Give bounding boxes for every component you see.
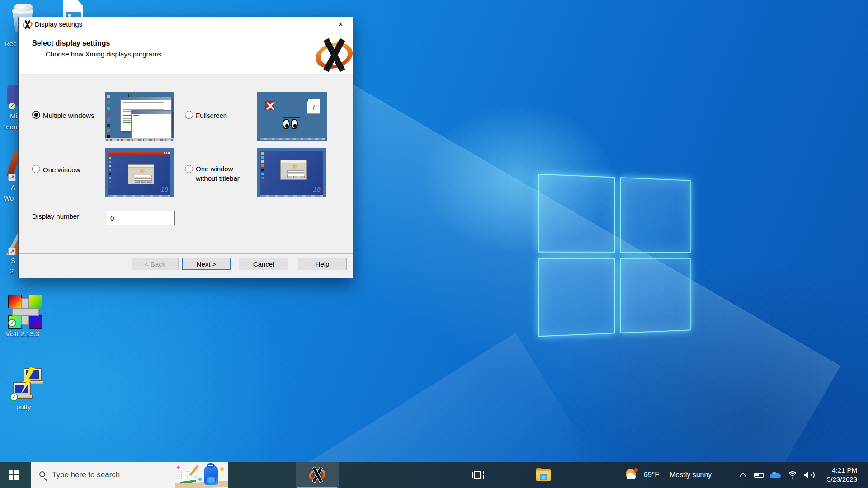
radio-fullscreen[interactable] bbox=[185, 111, 193, 119]
help-button[interactable]: Help bbox=[298, 258, 347, 270]
dialog-header: Select display settings Choose how Xming… bbox=[19, 31, 353, 74]
windows-logo-pane bbox=[538, 174, 615, 253]
task-view-icon bbox=[472, 470, 484, 480]
tray-expand-icon[interactable] bbox=[740, 473, 747, 480]
visit-label[interactable]: VisIt 2.13.3 bbox=[5, 330, 39, 338]
label-multiple-windows[interactable]: Multiple windows bbox=[43, 112, 94, 119]
close-icon[interactable]: ✕ bbox=[332, 19, 349, 30]
backpack-icon bbox=[204, 466, 218, 485]
windows-logo bbox=[538, 174, 693, 338]
ansys-label-line2[interactable]: Wo bbox=[4, 194, 14, 202]
windows-logo-pane bbox=[620, 177, 691, 253]
windows-logo-pane bbox=[538, 258, 615, 337]
display-number-input[interactable] bbox=[107, 211, 175, 225]
weather-button[interactable] bbox=[626, 468, 639, 482]
dialog-title: Display settings bbox=[35, 20, 82, 28]
wizard-subheading: Choose how Xming displays programs. bbox=[46, 50, 163, 58]
wizard-heading: Select display settings bbox=[32, 39, 110, 47]
dialog-titlebar[interactable]: Display settings ✕ bbox=[19, 17, 353, 31]
shortcut-arrow-icon: ↗ bbox=[8, 248, 16, 255]
taskbar-search[interactable]: ✦ bbox=[31, 462, 228, 488]
next-button[interactable]: Next > bbox=[182, 258, 231, 270]
label-one-window-no-titlebar[interactable]: One window without titlebar bbox=[196, 164, 253, 183]
taskbar-clock[interactable]: 4:21 PM 5/23/2023 bbox=[827, 466, 857, 484]
clock-time: 4:21 PM bbox=[832, 466, 857, 474]
wifi-icon[interactable] bbox=[787, 471, 798, 479]
thumbnail-fullscreen bbox=[257, 92, 327, 141]
thumbnail-one-window-no-titlebar: ★ 18 bbox=[257, 148, 326, 197]
volume-icon[interactable] bbox=[804, 471, 813, 479]
search-highlight-illustration[interactable]: ✦ bbox=[175, 462, 228, 488]
teams-label-line1[interactable]: Mi bbox=[10, 112, 17, 120]
file-explorer-button[interactable] bbox=[265, 462, 292, 488]
display-settings-dialog: Display settings ✕ Select display settin… bbox=[18, 17, 353, 278]
cancel-button[interactable]: Cancel bbox=[239, 258, 288, 270]
task-view-button[interactable] bbox=[233, 462, 260, 488]
s-label-line1[interactable]: S bbox=[11, 257, 15, 264]
desktop: Rec ✓ Mi Team ↗ A Wo ↗ S 2 ✓ VisIt 2.13.… bbox=[0, 0, 868, 488]
s-label-line2[interactable]: 2 bbox=[10, 267, 14, 275]
back-button[interactable]: < Back bbox=[132, 258, 179, 270]
header-separator bbox=[19, 74, 353, 75]
weather-condition[interactable]: Mostly sunny bbox=[670, 471, 712, 479]
recycle-bin-label[interactable]: Rec bbox=[5, 40, 17, 47]
teams-label-line2[interactable]: Team bbox=[3, 123, 19, 131]
shortcut-arrow-icon: ↗ bbox=[8, 174, 16, 181]
radio-one-window[interactable] bbox=[32, 165, 40, 173]
xming-logo bbox=[316, 38, 352, 73]
windows-start-icon bbox=[9, 470, 19, 480]
start-button[interactable] bbox=[0, 462, 27, 488]
putty-label[interactable]: putty bbox=[16, 403, 31, 411]
search-input[interactable] bbox=[51, 462, 182, 488]
battery-icon[interactable] bbox=[754, 473, 764, 478]
sync-check-icon: ✓ bbox=[8, 319, 16, 327]
label-fullscreen[interactable]: Fullscreen bbox=[196, 112, 227, 119]
sync-check-icon: ✓ bbox=[10, 393, 18, 401]
clock-date: 5/23/2023 bbox=[827, 475, 857, 483]
xming-taskbar-button[interactable] bbox=[296, 462, 339, 488]
label-one-window[interactable]: One window bbox=[43, 166, 80, 174]
footer-separator bbox=[19, 253, 353, 254]
sparkle-icon: ✦ bbox=[176, 464, 181, 471]
radio-multiple-windows[interactable] bbox=[32, 111, 40, 119]
onedrive-icon[interactable] bbox=[770, 472, 781, 478]
search-icon bbox=[39, 471, 45, 477]
ansys-label-line1[interactable]: A bbox=[11, 183, 15, 191]
sync-check-icon: ✓ bbox=[8, 102, 16, 110]
taskbar: ✦ 6 bbox=[0, 462, 868, 488]
display-number-label: Display number bbox=[32, 212, 79, 220]
weather-temp[interactable]: 69°F bbox=[644, 471, 659, 479]
thumbnail-one-window: ★ 18 bbox=[105, 148, 174, 197]
folder-icon bbox=[536, 469, 551, 481]
thumbnail-multiple-windows bbox=[105, 92, 174, 141]
windows-logo-pane bbox=[620, 258, 691, 333]
radio-one-window-no-titlebar[interactable] bbox=[185, 165, 193, 173]
